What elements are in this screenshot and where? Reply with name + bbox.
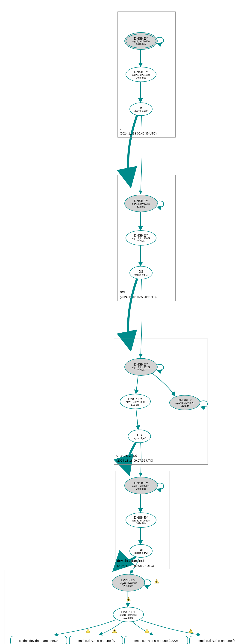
root-ksk-sub1: alg=8, id=20326 [132,40,150,43]
net-ds-node: DS digest alg=2 [130,266,152,280]
cmdns-zsk-sub2: 1024 bits [124,616,134,619]
root-zsk-sub2: 2048 bits [136,76,146,79]
root-ds-title: DS [139,106,144,110]
oarc-ksk-sub2: 512 bits [137,369,146,372]
record-soa-label: cmdns.dev.dns-oarc.net/SOA [198,639,235,642]
zone-net-label: net (2024-11-18 07:55:09 UTC) [120,290,157,300]
net-zsk-sub2: 512 bits [137,240,146,243]
record-aaaa-label: cmdns.dev.dns-oarc.net/AAAA [134,639,178,642]
net-zsk-sub1: alg=13, id=31059 [132,237,150,240]
oarc-key2-sub2: 512 bits [181,405,189,408]
record-a-label: cmdns.dev.dns-oarc.net/A [78,639,115,642]
dev-zsk-title: DNSKEY [134,516,148,520]
dev-ksk-sub2: 2048 bits [136,488,146,490]
zone-dev-name: dev.dns-oarc.net [117,559,144,563]
cmdns-ksk-sub2: 2048 bits [124,585,134,588]
record-aaaa: cmdns.dev.dns-oarc.net/AAAA [124,636,188,644]
oarc-ksk-title: DNSKEY [134,362,148,366]
oarc-ds-node: DS digest alg=2 [128,430,151,443]
zone-root-name: . [120,126,121,130]
record-a: cmdns.dev.dns-oarc.net/A [69,636,123,644]
dev-ksk-title: DNSKEY [134,481,148,485]
oarc-ksk-node: DNSKEY alg=13, id=53209 512 bits [124,358,158,376]
root-ksk-node: DNSKEY alg=8, id=20326 2048 bits [124,32,158,50]
root-ksk-title: DNSKEY [134,36,148,40]
oarc-ds-sub1: digest alg=2 [133,437,146,440]
oarc-key2-node: DNSKEY alg=13, id=22076 512 bits [169,395,200,410]
dev-ds-sub1: digest alg=2 [134,552,148,554]
net-ksk-title: DNSKEY [134,199,148,203]
zone-dnsoarc-ts: (2024-11-18 09:07:56 UTC) [116,459,153,462]
zone-net-name: net [120,290,125,294]
oarc-zsk-title: DNSKEY [128,397,142,401]
cmdns-ksk-node: DNSKEY alg=8, id=61882 2048 bits [112,574,145,592]
oarc-ksk-sub1: alg=13, id=53209 [132,366,150,369]
zone-dev-ts: (2024-11-18 09:08:07 UTC) [117,564,154,568]
net-ds-title: DS [139,270,144,274]
zone-net-ts: (2024-11-18 07:55:09 UTC) [120,295,157,299]
warning-icon [126,597,131,602]
net-ds-sub1: digest alg=2 [134,274,148,276]
cmdns-zsk-title: DNSKEY [121,610,136,614]
dev-ksk-sub1: alg=8, id=65191 [132,485,150,488]
net-zsk-node: DNSKEY alg=13, id=31059 512 bits [126,230,156,246]
dev-ksk-node: DNSKEY alg=8, id=65191 2048 bits [124,477,158,494]
warning-icon [86,629,90,633]
root-ds-sub1: digest alg=2 [134,110,148,113]
warning-icon [154,579,159,584]
cmdns-zsk-node: DNSKEY alg=8, id=26460 1024 bits [113,607,144,622]
net-ksk-sub2: 512 bits [137,206,146,208]
warning-icon [145,629,149,633]
oarc-key2-sub1: alg=13, id=22076 [175,402,194,405]
dev-zsk-node: DNSKEY alg=8, id=25608 1024 bits [126,512,156,528]
root-ksk-sub2: 2048 bits [136,43,146,46]
dev-zsk-sub1: alg=8, id=25608 [132,520,150,522]
root-zsk-title: DNSKEY [134,70,148,74]
oarc-key2-title: DNSKEY [178,398,192,402]
warning-icon [112,629,117,633]
zone-root-ts: (2024-11-18 06:46:35 UTC) [120,132,157,135]
zone-dnsoarc-label: dns-oarc.net (2024-11-18 09:07:56 UTC) [116,453,153,463]
oarc-zsk-sub2: 512 bits [131,404,140,406]
record-soa: cmdns.dev.dns-oarc.net/SOA [190,636,235,644]
cmdns-ksk-title: DNSKEY [121,578,136,582]
net-zsk-title: DNSKEY [134,233,148,237]
cmdns-ksk-sub1: alg=8, id=61882 [120,582,137,585]
oarc-ds-title: DS [137,433,142,437]
net-ksk-sub1: alg=13, id=37331 [132,203,150,206]
oarc-zsk-node: DNSKEY alg=13, id=47850 512 bits [120,394,151,409]
root-ds-node: DS digest alg=2 [130,102,152,116]
zone-dnsoarc-name: dns-oarc.net [116,454,137,458]
record-ns-label: cmdns.dev.dns-oarc.net/NS [19,639,58,642]
root-zsk-sub1: alg=8, id=61050 [132,74,150,76]
oarc-zsk-sub1: alg=13, id=47850 [126,401,144,404]
dev-zsk-sub2: 1024 bits [136,522,146,525]
zone-dev-label: dev.dns-oarc.net (2024-11-18 09:08:07 UT… [117,558,154,568]
cmdns-zsk-sub1: alg=8, id=26460 [120,614,137,616]
dev-ds-node: DS digest alg=2 [130,544,152,558]
record-ns: cmdns.dev.dns-oarc.net/NS [10,636,67,644]
dev-ds-title: DS [139,548,144,552]
root-zsk-node: DNSKEY alg=8, id=61050 2048 bits [126,67,156,82]
zone-root-label: . (2024-11-18 06:46:35 UTC) [120,126,157,136]
warning-icon [188,629,193,633]
net-ksk-node: DNSKEY alg=13, id=37331 512 bits [124,195,158,212]
